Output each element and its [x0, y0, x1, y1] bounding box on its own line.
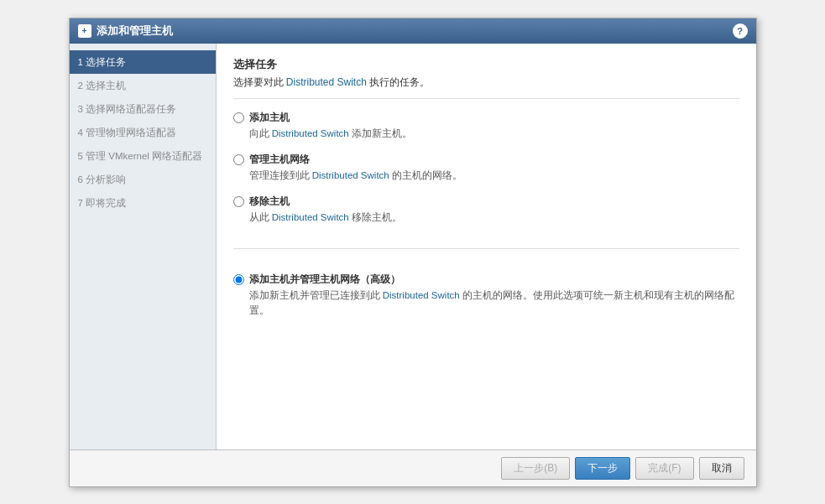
dialog-body: 1 选择任务 2 选择主机 3 选择网络适配器任务 4 管理物理网络适配器 5 … — [70, 44, 756, 449]
help-button[interactable]: ? — [733, 23, 748, 39]
radio-add-manage[interactable] — [233, 274, 244, 285]
sidebar-item-step4: 4 管理物理网络适配器 — [70, 121, 216, 144]
section-title: 选择任务 — [233, 57, 739, 72]
title-icon: + — [78, 24, 91, 38]
radio-manage-network[interactable] — [233, 154, 244, 165]
radio-add-manage-title: 添加主机并管理主机网络（高级） — [249, 273, 739, 287]
radio-group: 添加主机 向此 Distributed Switch 添加新主机。 管理主机网络… — [233, 111, 739, 318]
radio-remove-host[interactable] — [233, 196, 244, 207]
radio-option-remove-host: 移除主机 从此 Distributed Switch 移除主机。 — [233, 195, 739, 225]
dialog-title: 添加和管理主机 — [97, 23, 173, 39]
next-button[interactable]: 下一步 — [575, 457, 630, 480]
sidebar-item-step5: 5 管理 VMkernel 网络适配器 — [70, 144, 216, 168]
radio-add-host[interactable] — [233, 112, 244, 123]
cancel-button[interactable]: 取消 — [699, 457, 744, 480]
radio-add-host-desc: 向此 Distributed Switch 添加新主机。 — [249, 127, 412, 141]
sidebar-item-step2: 2 选择主机 — [70, 74, 216, 97]
radio-add-host-label[interactable]: 添加主机 向此 Distributed Switch 添加新主机。 — [249, 111, 412, 141]
radio-remove-host-desc: 从此 Distributed Switch 移除主机。 — [249, 210, 402, 225]
finish-button[interactable]: 完成(F) — [635, 457, 693, 480]
radio-option-add-manage: 添加主机并管理主机网络（高级） 添加新主机并管理已连接到此 Distribute… — [233, 273, 739, 318]
radio-add-manage-desc: 添加新主机并管理已连接到此 Distributed Switch 的主机的网络。… — [249, 288, 739, 318]
section-desc-highlight: Distributed Switch — [286, 76, 367, 88]
section-desc-suffix: 执行的任务。 — [367, 76, 430, 88]
radio-option-manage-network: 管理主机网络 管理连接到此 Distributed Switch 的主机的网络。 — [233, 153, 739, 183]
radio-manage-network-desc: 管理连接到此 Distributed Switch 的主机的网络。 — [249, 169, 462, 183]
radio-manage-network-title: 管理主机网络 — [249, 153, 462, 167]
content-area: 选择任务 选择要对此 Distributed Switch 执行的任务。 添加主… — [217, 44, 756, 449]
radio-add-host-title: 添加主机 — [249, 111, 412, 125]
radio-remove-host-label[interactable]: 移除主机 从此 Distributed Switch 移除主机。 — [249, 195, 402, 225]
section-desc: 选择要对此 Distributed Switch 执行的任务。 — [233, 75, 739, 99]
radio-remove-host-title: 移除主机 — [249, 195, 402, 209]
sidebar-item-step1[interactable]: 1 选择任务 — [70, 50, 216, 74]
titlebar-left: + 添加和管理主机 — [78, 23, 173, 39]
radio-add-manage-label[interactable]: 添加主机并管理主机网络（高级） 添加新主机并管理已连接到此 Distribute… — [249, 273, 739, 318]
titlebar: + 添加和管理主机 ? — [70, 18, 756, 44]
dialog-footer: 上一步(B) 下一步 完成(F) 取消 — [70, 449, 756, 486]
back-button[interactable]: 上一步(B) — [501, 457, 570, 480]
sidebar-item-step7: 7 即将完成 — [70, 191, 216, 215]
radio-manage-network-label[interactable]: 管理主机网络 管理连接到此 Distributed Switch 的主机的网络。 — [249, 153, 462, 183]
dialog: + 添加和管理主机 ? 1 选择任务 2 选择主机 3 选择网络适配器任务 4 … — [69, 18, 757, 487]
radio-option-add-host: 添加主机 向此 Distributed Switch 添加新主机。 — [233, 111, 739, 141]
sidebar-item-step6: 6 分析影响 — [70, 168, 216, 191]
sidebar: 1 选择任务 2 选择主机 3 选择网络适配器任务 4 管理物理网络适配器 5 … — [70, 44, 217, 449]
sidebar-item-step3: 3 选择网络适配器任务 — [70, 97, 216, 121]
divider — [233, 248, 739, 249]
section-desc-prefix: 选择要对此 — [233, 76, 286, 88]
